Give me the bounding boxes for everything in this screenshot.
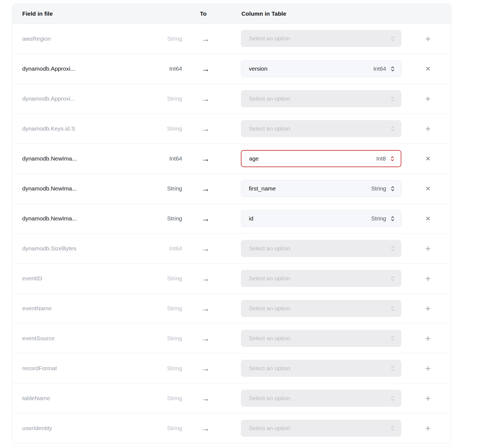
arrow-right-icon: → [197,304,214,313]
field-name: eventID [22,275,42,282]
header-to: To [200,10,207,17]
column-select-type: String [371,215,386,222]
field-type: String [116,215,182,222]
remove-mapping-button[interactable]: × [422,182,434,195]
table-row: userIdentity String → Select an option + [12,413,451,443]
column-select-value: Select an option [249,125,390,132]
column-select-disabled[interactable]: Select an option [241,330,401,347]
field-type: String [116,35,182,42]
remove-mapping-button[interactable]: × [422,152,434,165]
add-mapping-button[interactable]: + [422,122,434,135]
table-row: dynamodb.NewIma... String → id String × [12,203,451,233]
table-row: awsRegion String → Select an option + [12,24,451,54]
field-type: String [116,425,182,432]
arrow-right-icon: → [197,364,214,373]
chevron-up-down-icon [390,275,395,282]
add-mapping-button[interactable]: + [422,272,434,285]
remove-mapping-button[interactable]: × [422,212,434,225]
column-select-value: Select an option [249,35,390,42]
field-type: Int64 [116,155,182,162]
field-type: String [116,365,182,372]
chevron-up-down-icon [390,125,395,132]
chevron-up-down-icon [390,335,395,342]
field-type: String [116,125,182,132]
add-mapping-button[interactable]: + [422,422,434,435]
arrow-right-icon: → [197,154,214,163]
arrow-right-icon: → [197,125,214,133]
table-row: dynamodb.SizeBytes Int64 → Select an opt… [12,233,451,263]
chevron-up-down-icon [390,95,395,102]
table-header: Field in file To Column in Table [12,4,451,24]
add-mapping-button[interactable]: + [422,392,434,405]
column-select-value: age [249,155,376,162]
add-mapping-button[interactable]: + [422,332,434,345]
field-name: recordFormat [22,365,57,372]
column-select-value: Select an option [249,275,390,282]
column-select-value: version [249,65,373,72]
column-select-disabled[interactable]: Select an option [241,120,401,137]
column-select-disabled[interactable]: Select an option [241,270,401,287]
column-select-type: String [371,185,386,192]
arrow-right-icon: → [197,424,214,433]
column-select-value: first_name [249,185,371,192]
header-field-in-file: Field in file [22,10,53,17]
field-name: dynamodb.Approxi... [22,65,75,72]
chevron-up-down-icon [390,365,395,372]
table-row: eventID String → Select an option + [12,263,451,293]
column-select-value: Select an option [249,305,390,312]
field-name: tableName [22,395,50,402]
table-row: eventName String → Select an option + [12,293,451,323]
table-row: dynamodb.NewIma... String → first_name S… [12,173,451,203]
arrow-right-icon: → [197,95,214,103]
field-type: String [116,185,182,192]
field-type: String [116,395,182,402]
header-column-in-table: Column in Table [241,10,286,17]
table-row: dynamodb.NewIma... Int64 → age Int8 × [12,143,451,173]
add-mapping-button[interactable]: + [422,32,434,45]
table-row: dynamodb.Approxi... String → Select an o… [12,84,451,114]
chevron-up-down-icon [390,185,395,192]
column-select-value: Select an option [249,365,390,372]
column-select[interactable]: id String [241,210,401,227]
add-mapping-button[interactable]: + [422,242,434,255]
add-mapping-button[interactable]: + [422,362,434,375]
column-select-value: Select an option [249,95,390,102]
field-name: dynamodb.NewIma... [22,185,77,192]
column-select-value: Select an option [249,425,390,432]
column-select-disabled[interactable]: Select an option [241,30,401,47]
field-type: String [116,305,182,312]
column-select[interactable]: version Int64 [241,60,401,77]
field-type: Int64 [116,65,182,72]
column-select-disabled[interactable]: Select an option [241,420,401,437]
field-name: eventSource [22,335,55,342]
column-select-disabled[interactable]: Select an option [241,240,401,257]
column-select-value: Select an option [249,395,390,402]
table-row: tableName String → Select an option + [12,383,451,413]
table-row: recordFormat String → Select an option + [12,353,451,383]
field-type: String [116,95,182,102]
column-select-disabled[interactable]: Select an option [241,390,401,407]
column-select[interactable]: first_name String [241,180,401,197]
column-select-type: Int64 [373,65,386,72]
chevron-up-down-icon [390,65,395,72]
column-select-disabled[interactable]: Select an option [241,360,401,377]
column-select-disabled[interactable]: Select an option [241,90,401,107]
add-mapping-button[interactable]: + [422,92,434,105]
field-name: dynamodb.NewIma... [22,215,77,222]
chevron-up-down-icon [390,35,395,42]
chevron-up-down-icon [390,395,395,402]
field-name: userIdentity [22,425,52,432]
arrow-right-icon: → [197,334,214,343]
column-select-error[interactable]: age Int8 [241,150,401,167]
add-mapping-button[interactable]: + [422,302,434,315]
chevron-up-down-icon [390,245,395,252]
field-name: dynamodb.SizeBytes [22,245,76,252]
field-mapping-table: Field in file To Column in Table awsRegi… [12,4,451,443]
column-select-disabled[interactable]: Select an option [241,300,401,317]
column-select-value: id [249,215,371,222]
chevron-up-down-icon [390,425,395,432]
remove-mapping-button[interactable]: × [422,62,434,75]
field-type: String [116,335,182,342]
arrow-right-icon: → [197,244,214,253]
arrow-right-icon: → [197,394,214,403]
